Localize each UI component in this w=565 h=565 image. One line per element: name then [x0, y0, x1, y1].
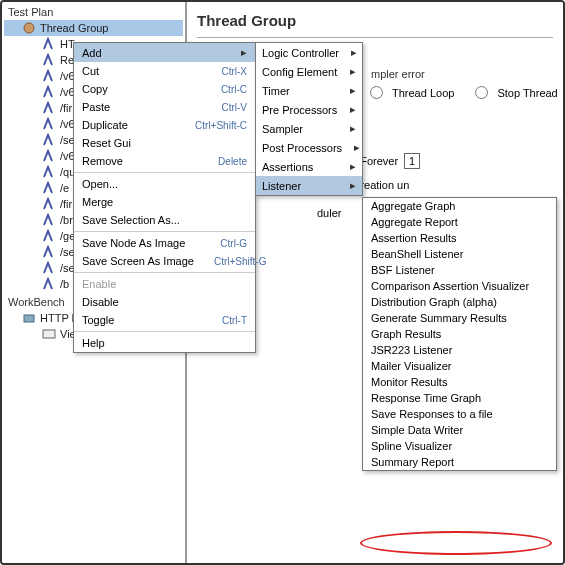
menu-item-mailer-visualizer[interactable]: Mailer Visualizer: [363, 358, 556, 374]
menu-item-label: Aggregate Report: [371, 216, 458, 228]
context-menu: Add▸CutCtrl-XCopyCtrl-CPasteCtrl-VDuplic…: [73, 42, 256, 353]
menu-item-label: BSF Listener: [371, 264, 435, 276]
menu-item-disable[interactable]: Disable: [74, 293, 255, 311]
svg-point-0: [24, 23, 34, 33]
forever-value[interactable]: [404, 153, 420, 169]
submenu-arrow-icon: ▸: [350, 65, 356, 78]
item-icon: [42, 149, 56, 163]
sampler-error-label: mpler error: [367, 68, 429, 80]
item-icon: [42, 213, 56, 227]
forever-label: Forever: [360, 155, 398, 167]
menu-item-reset-gui[interactable]: Reset Gui: [74, 134, 255, 152]
menu-item-save-screen-as-image[interactable]: Save Screen As ImageCtrl+Shift-G: [74, 252, 255, 270]
menu-item-open-[interactable]: Open...: [74, 175, 255, 193]
menu-item-summary-report[interactable]: Summary Report: [363, 454, 556, 470]
menu-item-remove[interactable]: RemoveDelete: [74, 152, 255, 170]
item-icon: [42, 229, 56, 243]
submenu-arrow-icon: ▸: [350, 122, 356, 135]
menu-item-cut[interactable]: CutCtrl-X: [74, 62, 255, 80]
radio-stop-thread[interactable]: [475, 86, 488, 99]
menu-item-label: Monitor Results: [371, 376, 447, 388]
menu-item-spline-visualizer[interactable]: Spline Visualizer: [363, 438, 556, 454]
menu-item-label: Distribution Graph (alpha): [371, 296, 497, 308]
menu-item-assertion-results[interactable]: Assertion Results: [363, 230, 556, 246]
menu-item-paste[interactable]: PasteCtrl-V: [74, 98, 255, 116]
menu-item-beanshell-listener[interactable]: BeanShell Listener: [363, 246, 556, 262]
menu-item-label: JSR223 Listener: [371, 344, 452, 356]
item-icon: [42, 37, 56, 51]
menu-item-label: Spline Visualizer: [371, 440, 452, 452]
menu-item-aggregate-graph[interactable]: Aggregate Graph: [363, 198, 556, 214]
menu-item-merge[interactable]: Merge: [74, 193, 255, 211]
menu-item-monitor-results[interactable]: Monitor Results: [363, 374, 556, 390]
menu-item-sampler[interactable]: Sampler▸: [256, 119, 362, 138]
submenu-arrow-icon: ▸: [350, 84, 356, 97]
menu-item-bsf-listener[interactable]: BSF Listener: [363, 262, 556, 278]
menu-item-label: Summary Report: [371, 456, 454, 468]
menu-item-label: Generate Summary Results: [371, 312, 507, 324]
menu-item-comparison-assertion-visualizer[interactable]: Comparison Assertion Visualizer: [363, 278, 556, 294]
menu-item-response-time-graph[interactable]: Response Time Graph: [363, 390, 556, 406]
menu-item-aggregate-report[interactable]: Aggregate Report: [363, 214, 556, 230]
menu-item-save-responses-to-a-file[interactable]: Save Responses to a file: [363, 406, 556, 422]
menu-shortcut: Delete: [218, 156, 247, 167]
menu-item-generate-summary-results[interactable]: Generate Summary Results: [363, 310, 556, 326]
menu-item-label: Comparison Assertion Visualizer: [371, 280, 529, 292]
menu-item-graph-results[interactable]: Graph Results: [363, 326, 556, 342]
menu-item-logic-controller[interactable]: Logic Controller▸: [256, 43, 362, 62]
tree-thread-group[interactable]: Thread Group: [4, 20, 183, 36]
submenu-arrow-icon: ▸: [354, 141, 360, 154]
item-icon: [42, 117, 56, 131]
tree-item-label: /b: [60, 278, 69, 290]
menu-item-jsr223-listener[interactable]: JSR223 Listener: [363, 342, 556, 358]
menu-shortcut: Ctrl-T: [222, 315, 247, 326]
submenu-arrow-icon: ▸: [241, 46, 247, 59]
menu-item-label: Post Processors: [262, 142, 342, 154]
add-submenu: Logic Controller▸Config Element▸Timer▸Pr…: [255, 42, 363, 196]
menu-item-label: Paste: [82, 101, 110, 113]
menu-item-label: Disable: [82, 296, 119, 308]
tree-thread-group-label: Thread Group: [40, 22, 108, 34]
radio-stop-thread-label: Stop Thread: [497, 87, 557, 99]
listener-submenu: Aggregate GraphAggregate ReportAssertion…: [362, 197, 557, 471]
menu-item-label: Save Responses to a file: [371, 408, 493, 420]
menu-item-save-node-as-image[interactable]: Save Node As ImageCtrl-G: [74, 234, 255, 252]
menu-item-pre-processors[interactable]: Pre Processors▸: [256, 100, 362, 119]
menu-item-label: Save Node As Image: [82, 237, 185, 249]
menu-item-label: Simple Data Writer: [371, 424, 463, 436]
results-icon: [42, 327, 56, 341]
item-icon: [42, 69, 56, 83]
menu-shortcut: Ctrl+Shift-G: [214, 256, 267, 267]
menu-item-timer[interactable]: Timer▸: [256, 81, 362, 100]
menu-item-enable: Enable: [74, 275, 255, 293]
menu-item-help[interactable]: Help: [74, 334, 255, 352]
menu-separator: [74, 231, 255, 232]
menu-item-label: Assertions: [262, 161, 313, 173]
menu-shortcut: Ctrl-G: [220, 238, 247, 249]
menu-item-toggle[interactable]: ToggleCtrl-T: [74, 311, 255, 329]
menu-item-label: Timer: [262, 85, 290, 97]
menu-item-assertions[interactable]: Assertions▸: [256, 157, 362, 176]
menu-item-post-processors[interactable]: Post Processors▸: [256, 138, 362, 157]
menu-item-label: Mailer Visualizer: [371, 360, 452, 372]
submenu-arrow-icon: ▸: [350, 160, 356, 173]
menu-item-copy[interactable]: CopyCtrl-C: [74, 80, 255, 98]
menu-item-label: Sampler: [262, 123, 303, 135]
menu-item-distribution-graph-alpha-[interactable]: Distribution Graph (alpha): [363, 294, 556, 310]
menu-item-config-element[interactable]: Config Element▸: [256, 62, 362, 81]
menu-item-label: Add: [82, 47, 102, 59]
menu-item-save-selection-as-[interactable]: Save Selection As...: [74, 211, 255, 229]
test-plan-root[interactable]: Test Plan: [4, 4, 183, 20]
menu-shortcut: Ctrl-X: [221, 66, 247, 77]
menu-item-label: Logic Controller: [262, 47, 339, 59]
menu-item-duplicate[interactable]: DuplicateCtrl+Shift-C: [74, 116, 255, 134]
submenu-arrow-icon: ▸: [351, 46, 357, 59]
menu-item-label: Save Selection As...: [82, 214, 180, 226]
radio-thread-loop[interactable]: [370, 86, 383, 99]
menu-item-listener[interactable]: Listener▸: [256, 176, 362, 195]
menu-item-label: Reset Gui: [82, 137, 131, 149]
menu-item-add[interactable]: Add▸: [74, 43, 255, 62]
svg-rect-1: [24, 315, 34, 322]
menu-item-simple-data-writer[interactable]: Simple Data Writer: [363, 422, 556, 438]
tree-item-label: /fir: [60, 198, 72, 210]
